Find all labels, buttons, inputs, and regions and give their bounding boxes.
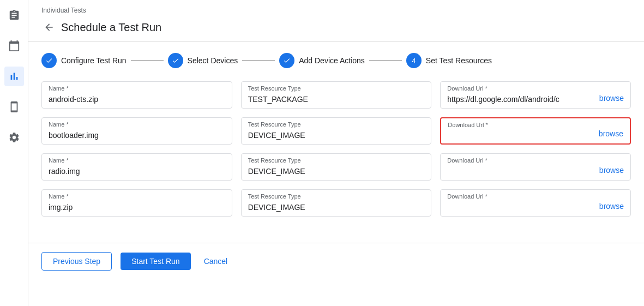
resource-2-type-label: Test Resource Type xyxy=(248,121,301,128)
resource-3-name-value: radio.img xyxy=(49,167,225,176)
resource-2-type-field: Test Resource Type DEVICE_IMAGE xyxy=(241,117,432,145)
resource-2-url-field: Download Url * browse xyxy=(440,117,631,145)
step-set-test-resources: 4 Set Test Resources xyxy=(406,53,492,68)
resource-3-url-field: Download Url * browse xyxy=(440,153,631,181)
resource-1-type-value: TEST_PACKAGE xyxy=(248,95,425,104)
step-configure-circle xyxy=(41,53,57,68)
resource-4-name-value: img.zip xyxy=(49,203,225,212)
sidebar xyxy=(0,0,28,306)
resource-1-type-field: Test Resource Type TEST_PACKAGE xyxy=(241,81,432,109)
start-test-run-button[interactable]: Start Test Run xyxy=(121,253,190,270)
resource-2-name-value: bootloader.img xyxy=(49,131,225,140)
resource-1-url-label: Download Url * xyxy=(447,85,487,92)
resource-3-browse-button[interactable]: browse xyxy=(599,166,624,175)
resource-1-name-label: Name * xyxy=(49,85,69,92)
main-content: Individual Tests Schedule a Test Run Con… xyxy=(28,0,644,306)
step-set-test-resources-circle: 4 xyxy=(406,53,422,68)
page-header: Schedule a Test Run xyxy=(28,16,644,42)
resource-3-type-value: DEVICE_IMAGE xyxy=(248,167,425,176)
connector-3 xyxy=(369,60,402,61)
cancel-button[interactable]: Cancel xyxy=(200,253,232,270)
action-bar: Previous Step Start Test Run Cancel xyxy=(28,243,644,279)
previous-step-button[interactable]: Previous Step xyxy=(41,252,112,271)
calendar-icon[interactable] xyxy=(4,36,24,56)
step-select-devices-label: Select Devices xyxy=(188,56,238,65)
resource-row-3: Name * radio.img Test Resource Type DEVI… xyxy=(41,153,631,181)
breadcrumb: Individual Tests xyxy=(28,0,644,16)
resource-1-url-field: Download Url * https://dl.google.com/dl/… xyxy=(440,81,631,109)
resource-2-url-label: Download Url * xyxy=(448,122,487,128)
resource-3-url-label: Download Url * xyxy=(447,157,487,164)
settings-icon[interactable] xyxy=(4,128,24,147)
bar-chart-icon[interactable] xyxy=(4,67,24,86)
step-add-device-actions: Add Device Actions xyxy=(279,53,365,68)
form-area: Name * android-cts.zip Test Resource Typ… xyxy=(28,77,644,238)
resource-4-browse-button[interactable]: browse xyxy=(599,202,624,211)
step-configure-label: Configure Test Run xyxy=(61,56,127,65)
resource-1-name-value: android-cts.zip xyxy=(49,95,225,104)
resource-3-type-field: Test Resource Type DEVICE_IMAGE xyxy=(241,153,432,181)
resource-2-type-value: DEVICE_IMAGE xyxy=(248,131,425,140)
resource-row-4: Name * img.zip Test Resource Type DEVICE… xyxy=(41,189,631,217)
resource-1-url-value: https://dl.google.com/dl/android/c xyxy=(447,95,593,104)
resource-1-browse-button[interactable]: browse xyxy=(599,94,624,103)
step-configure: Configure Test Run xyxy=(41,53,127,68)
resource-2-name-label: Name * xyxy=(49,121,69,128)
connector-1 xyxy=(131,60,164,61)
resource-4-name-label: Name * xyxy=(49,193,69,200)
resource-row-1: Name * android-cts.zip Test Resource Typ… xyxy=(41,81,631,109)
step-set-test-resources-label: Set Test Resources xyxy=(426,56,492,65)
resource-3-name-field: Name * radio.img xyxy=(41,153,232,181)
resource-4-type-label: Test Resource Type xyxy=(248,193,301,200)
resource-4-type-field: Test Resource Type DEVICE_IMAGE xyxy=(241,189,432,217)
resource-4-name-field: Name * img.zip xyxy=(41,189,232,217)
back-button[interactable] xyxy=(41,20,57,35)
phone-icon[interactable] xyxy=(4,97,24,117)
resource-4-type-value: DEVICE_IMAGE xyxy=(248,203,425,212)
resource-1-name-field: Name * android-cts.zip xyxy=(41,81,232,109)
resource-3-type-label: Test Resource Type xyxy=(248,157,301,164)
resource-2-browse-button[interactable]: browse xyxy=(599,129,623,138)
connector-2 xyxy=(242,60,275,61)
step-select-devices-circle xyxy=(168,53,183,68)
step-add-device-actions-circle xyxy=(279,53,294,68)
resource-row-2: Name * bootloader.img Test Resource Type… xyxy=(41,117,631,145)
step-add-device-actions-label: Add Device Actions xyxy=(299,56,365,65)
resource-1-type-label: Test Resource Type xyxy=(248,85,301,92)
clipboard-icon[interactable] xyxy=(4,5,24,25)
resource-3-name-label: Name * xyxy=(49,157,69,164)
resource-2-name-field: Name * bootloader.img xyxy=(41,117,232,145)
page-title: Schedule a Test Run xyxy=(61,21,161,34)
resource-4-url-label: Download Url * xyxy=(447,193,487,200)
step-select-devices: Select Devices xyxy=(168,53,238,68)
stepper: Configure Test Run Select Devices Add De… xyxy=(28,42,644,77)
resource-4-url-field: Download Url * browse xyxy=(440,189,631,217)
